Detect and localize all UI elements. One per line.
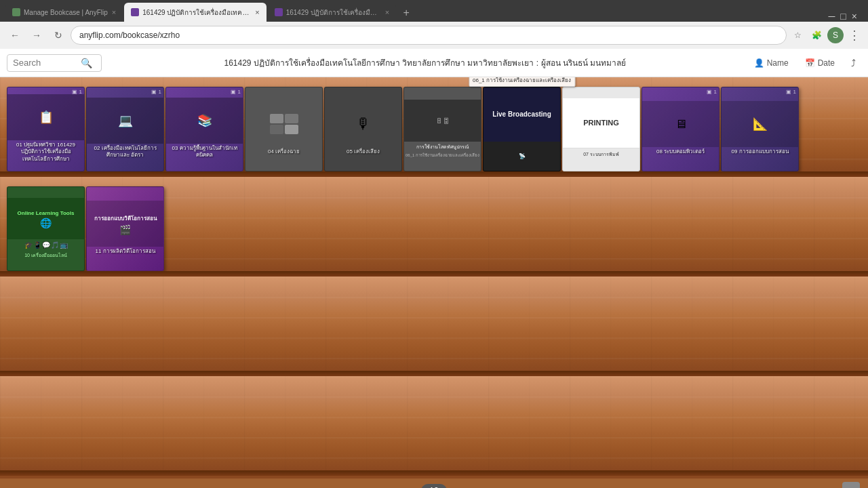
forward-button[interactable]: →	[27, 26, 46, 45]
nav-more-icon[interactable]: ⋮	[846, 27, 863, 43]
tab-2-label: 161429 ปฏิบัติการใช้เครื่องมือเทคโน...	[142, 7, 251, 18]
nav-icons: ☆ 🧩 S ⋮	[789, 27, 863, 43]
book-5-cover: 🎙 05 เครื่องเสียง	[325, 87, 401, 171]
book-11-cover: การออกแบบวิดีโอการสอน 🎬 11 การผลิตวิดีโอ…	[87, 187, 163, 270]
books-row-4	[0, 376, 868, 470]
book-3[interactable]: 📚 ▣ 1 03 ความรู้พื้นฐานในสำนักเทคนิคคล	[165, 87, 243, 171]
book-6-subtitle: 06_1 การใช้งานเครื่องฉายและเครื่องเสียง	[404, 152, 481, 159]
name-sort-button[interactable]: 👤 Name	[749, 56, 794, 70]
book-6-1-bottom: 📡	[484, 142, 560, 171]
book-4-title: 04 เครื่องฉาย	[266, 147, 302, 157]
browser-nav-bar: ← → ↻ anyflip.com/bookcase/xzrho ☆ 🧩 S ⋮	[0, 22, 868, 49]
minimize-icon[interactable]: ─	[828, 11, 835, 22]
book-10-icons: 🎓📱💬 🎵📺	[22, 239, 70, 251]
book-5-image: 🎙	[325, 101, 401, 147]
books-row-1: 📋 ▣ 1 01 ปฐมนิเทศวิชา 161429 ปฏิบัติการใ…	[0, 77, 868, 171]
shelf-3	[0, 277, 868, 376]
shelf-4	[0, 376, 868, 476]
book-11[interactable]: การออกแบบวิดีโอการสอน 🎬 11 การผลิตวิดีโอ…	[86, 186, 164, 271]
browser-tab-1[interactable]: Manage Bookcase | AnyFlip ×	[5, 3, 123, 22]
book-8-image: 🖥	[642, 101, 719, 147]
refresh-button[interactable]: ↻	[49, 26, 68, 45]
tab-2-favicon	[131, 8, 139, 16]
book-2-cover: 💻 ▣ 1 02 เครื่องมือเทคโนโลยีการศึกษาและ …	[87, 87, 163, 171]
date-sort-button[interactable]: 📅 Date	[800, 56, 840, 70]
books-row-2: Online Learning Tools 🌐 🎓📱💬 🎵📺 10 เครื่อ…	[0, 177, 868, 271]
book-6-1[interactable]: Live Broadcasting 📡	[483, 87, 561, 171]
book-10-cover: Online Learning Tools 🌐 🎓📱💬 🎵📺 10 เครื่อ…	[7, 187, 84, 270]
share-button[interactable]: ⤴	[846, 55, 861, 71]
book-8-num: ▣ 1	[707, 89, 717, 95]
profile-icon[interactable]: S	[827, 27, 844, 43]
app-title: 161429 ปฏิบัติการใช้เครื่องมือเทคโนโลยีก…	[102, 56, 749, 69]
tab-2-close[interactable]: ×	[255, 8, 259, 16]
book-9-image: 📐	[722, 101, 798, 147]
address-bar[interactable]: anyflip.com/bookcase/xzrho	[71, 26, 787, 45]
book-8[interactable]: 🖥 ▣ 1 08 ระบบคอมพิวเตอร์	[642, 87, 719, 171]
books-row-3	[0, 277, 868, 371]
browser-tab-3[interactable]: 161429 ปฏิบัติการใช้เครื่องมือเทคโน... ×	[268, 3, 396, 22]
book-11-title: 11 การผลิตวิดีโอการสอน	[93, 247, 157, 256]
tab-3-favicon	[275, 8, 283, 16]
book-6-cover: 🎚🎛 การใช้งานโสตทัศนูปกรณ์ 06_1 การใช้งาน…	[404, 87, 481, 171]
maximize-icon[interactable]: □	[840, 11, 846, 22]
book-9-num: ▣ 1	[786, 89, 796, 95]
extensions-icon[interactable]: 🧩	[808, 27, 825, 43]
search-icon: 🔍	[81, 58, 92, 68]
book-5[interactable]: 🎙 05 เครื่องเสียง	[324, 87, 402, 171]
back-button[interactable]: ←	[5, 26, 24, 45]
calendar-icon: 📅	[805, 58, 815, 68]
book-6-1-tooltip: 06_1 การใช้งานเครื่องฉายและเครื่องเสียง	[469, 77, 575, 87]
book-2-num: ▣ 1	[151, 89, 161, 95]
book-9-cover: 📐 ▣ 1 09 การออกแบบการสอน	[722, 87, 798, 171]
scroll-top-button[interactable]: ▲	[842, 482, 860, 488]
book-11-image: การออกแบบวิดีโอการสอน 🎬	[87, 201, 163, 247]
tab-3-close[interactable]: ×	[385, 8, 389, 16]
book-1[interactable]: 📋 ▣ 1 01 ปฐมนิเทศวิชา 161429 ปฏิบัติการใ…	[7, 87, 85, 171]
book-3-title: 03 ความรู้พื้นฐานในสำนักเทคนิคคล	[166, 144, 243, 161]
book-9-title: 09 การออกแบบการสอน	[729, 147, 790, 157]
book-8-cover: 🖥 ▣ 1 08 ระบบคอมพิวเตอร์	[642, 87, 719, 171]
browser-tab-2[interactable]: 161429 ปฏิบัติการใช้เครื่องมือเทคโน... ×	[124, 3, 266, 22]
book-3-num: ▣ 1	[231, 89, 241, 95]
bookcase: 📋 ▣ 1 01 ปฐมนิเทศวิชา 161429 ปฏิบัติการใ…	[0, 77, 868, 476]
book-5-title: 05 เครื่องเสียง	[344, 147, 382, 157]
browser-tab-strip: Manage Bookcase | AnyFlip × 161429 ปฏิบั…	[0, 0, 868, 22]
book-4[interactable]: 04 เครื่องฉาย	[245, 87, 323, 171]
share-icon: ⤴	[851, 58, 856, 68]
book-10-title: 10 เครื่องมือออนไลน์	[24, 251, 68, 260]
book-9[interactable]: 📐 ▣ 1 09 การออกแบบการสอน	[721, 87, 799, 171]
book-1-cover: 📋 ▣ 1 01 ปฐมนิเทศวิชา 161429 ปฏิบัติการใ…	[7, 87, 84, 171]
address-text: anyflip.com/bookcase/xzrho	[79, 30, 180, 40]
new-tab-button[interactable]: +	[397, 4, 415, 22]
book-4-cover: 04 เครื่องฉาย	[245, 87, 322, 171]
tab-1-close[interactable]: ×	[112, 8, 116, 16]
date-label: Date	[818, 58, 835, 68]
book-2-title: 02 เครื่องมือเทคโนโลยีการศึกษาและ อัตรา	[87, 144, 163, 161]
search-input[interactable]	[13, 58, 81, 68]
book-6[interactable]: 🎚🎛 การใช้งานโสตทัศนูปกรณ์ 06_1 การใช้งาน…	[403, 87, 481, 171]
window-controls: ─ □ ×	[828, 11, 863, 22]
book-7[interactable]: PRINTING 07 ระบบการพิมพ์	[562, 87, 640, 171]
book-4-image	[245, 101, 322, 147]
bookmark-icon[interactable]: ☆	[789, 27, 806, 43]
tab-1-favicon	[12, 8, 20, 16]
shelf-1: 📋 ▣ 1 01 ปฐมนิเทศวิชา 161429 ปฏิบัติการใ…	[0, 77, 868, 177]
bottom-bar: 12 ▲	[0, 476, 868, 488]
close-icon[interactable]: ×	[852, 11, 857, 22]
book-6-title: การใช้งานโสตทัศนูปกรณ์	[415, 142, 471, 152]
book-1-image: 📋	[7, 94, 84, 140]
book-2[interactable]: 💻 ▣ 1 02 เครื่องมือเทคโนโลยีการศึกษาและ …	[86, 87, 164, 171]
book-6-1-image: Live Broadcasting	[484, 87, 560, 142]
search-box[interactable]: 🔍	[7, 54, 102, 72]
book-7-title: 07 ระบบการพิมพ์	[581, 148, 621, 160]
book-3-image: 📚	[166, 98, 243, 144]
book-10[interactable]: Online Learning Tools 🌐 🎓📱💬 🎵📺 10 เครื่อ…	[7, 186, 85, 271]
book-1-num: ▣ 1	[72, 89, 82, 95]
tab-3-label: 161429 ปฏิบัติการใช้เครื่องมือเทคโน...	[286, 7, 381, 18]
app-bar: 🔍 161429 ปฏิบัติการใช้เครื่องมือเทคโนโลย…	[0, 49, 868, 77]
book-10-image: Online Learning Tools 🌐	[7, 198, 84, 240]
book-7-cover: PRINTING 07 ระบบการพิมพ์	[563, 87, 639, 171]
name-icon: 👤	[754, 58, 764, 68]
shelf-2: Online Learning Tools 🌐 🎓📱💬 🎵📺 10 เครื่อ…	[0, 177, 868, 277]
